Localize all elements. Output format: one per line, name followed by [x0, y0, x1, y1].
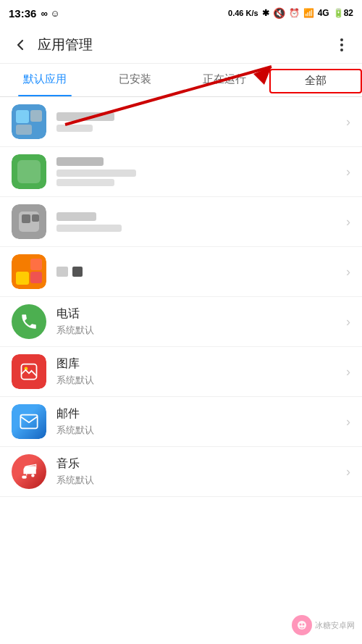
more-button[interactable] — [327, 30, 356, 59]
app-info-mail: 邮件 系统默认 — [56, 406, 340, 437]
status-time: 13:36 — [9, 7, 36, 20]
network-speed: 0.46 K/s — [228, 9, 258, 17]
list-item-music[interactable]: 音乐 系统默认 › — [0, 447, 362, 497]
list-item[interactable]: › — [0, 247, 362, 297]
watermark-icon — [292, 615, 312, 635]
volume-icon: 🔇 — [273, 7, 285, 19]
app-list: › › › — [0, 97, 362, 497]
app-info-4 — [56, 267, 340, 277]
watermark-text: 冰糖安卓网 — [315, 620, 355, 631]
signal-icon: 4G — [318, 8, 329, 18]
app-icon-1 — [12, 104, 46, 139]
status-left: 13:36 ∞ ☺ — [9, 7, 60, 20]
app-icon-4 — [12, 254, 46, 289]
app-name-phone: 电话 — [56, 306, 340, 322]
app-icon-mail — [12, 404, 46, 439]
app-sub-music: 系统默认 — [56, 474, 340, 487]
list-item[interactable]: › — [0, 197, 362, 247]
svg-point-2 — [340, 49, 343, 51]
app-sub-gallery: 系统默认 — [56, 374, 340, 387]
tab-bar: 默认应用 已安装 正在运行 全部 — [0, 64, 362, 97]
app-info-music: 音乐 系统默认 — [56, 456, 340, 487]
svg-rect-18 — [30, 272, 42, 283]
app-icon-music — [12, 454, 46, 489]
app-header: 应用管理 — [0, 26, 362, 64]
app-name-music: 音乐 — [56, 456, 340, 472]
notification-icons: ∞ ☺ — [41, 8, 59, 19]
chevron-icon: › — [346, 264, 350, 280]
page-title: 应用管理 — [38, 35, 327, 54]
chevron-icon: › — [346, 164, 350, 180]
status-right: 0.46 K/s ✱ 🔇 ⏰ 📶 4G 🔋82 — [228, 7, 353, 19]
clock-icon: ⏰ — [289, 8, 300, 18]
app-icon-gallery — [12, 354, 46, 389]
battery-icon: 🔋82 — [333, 8, 353, 18]
app-icon-2 — [12, 154, 46, 189]
chevron-icon: › — [346, 464, 350, 480]
svg-point-25 — [303, 624, 305, 626]
app-sub-phone: 系统默认 — [56, 324, 340, 337]
list-item[interactable]: › — [0, 97, 362, 147]
list-item-phone[interactable]: 电话 系统默认 › — [0, 297, 362, 347]
tab-installed[interactable]: 已安装 — [90, 64, 180, 96]
app-sub-mail: 系统默认 — [56, 424, 340, 437]
tab-default-apps[interactable]: 默认应用 — [0, 64, 90, 96]
chevron-icon: › — [346, 414, 350, 430]
svg-point-22 — [31, 474, 34, 477]
list-item-gallery[interactable]: 图库 系统默认 › — [0, 347, 362, 397]
svg-rect-10 — [17, 160, 41, 183]
back-button[interactable] — [6, 30, 35, 59]
chevron-icon: › — [346, 314, 350, 330]
app-info-gallery: 图库 系统默认 — [56, 356, 340, 387]
list-item[interactable]: › — [0, 147, 362, 197]
svg-rect-6 — [16, 110, 29, 123]
app-info-1 — [56, 112, 340, 132]
app-name-mail: 邮件 — [56, 406, 340, 422]
watermark: 冰糖安卓网 — [292, 615, 355, 635]
tab-running[interactable]: 正在运行 — [180, 64, 269, 96]
app-info-phone: 电话 系统默认 — [56, 306, 340, 337]
bluetooth-icon: ✱ — [262, 8, 269, 18]
app-name-gallery: 图库 — [56, 356, 340, 372]
svg-rect-16 — [16, 272, 29, 285]
svg-rect-17 — [30, 259, 42, 270]
app-icon-phone — [12, 304, 46, 339]
list-item-mail[interactable]: 邮件 系统默认 › — [0, 397, 362, 447]
svg-rect-8 — [16, 125, 32, 135]
svg-point-1 — [340, 43, 343, 46]
app-info-3 — [56, 212, 340, 232]
chevron-icon: › — [346, 114, 350, 130]
chevron-icon: › — [346, 364, 350, 380]
svg-rect-13 — [22, 214, 30, 223]
tab-all[interactable]: 全部 — [269, 69, 362, 93]
wifi-icon: 📶 — [303, 8, 314, 18]
chevron-icon: › — [346, 214, 350, 230]
app-icon-3 — [12, 204, 46, 239]
svg-point-24 — [300, 624, 302, 626]
app-info-2 — [56, 157, 340, 186]
svg-point-21 — [23, 475, 26, 478]
status-bar: 13:36 ∞ ☺ 0.46 K/s ✱ 🔇 ⏰ 📶 4G 🔋82 — [0, 0, 362, 26]
svg-point-0 — [340, 38, 343, 41]
svg-rect-14 — [32, 214, 39, 222]
svg-rect-7 — [30, 110, 42, 122]
